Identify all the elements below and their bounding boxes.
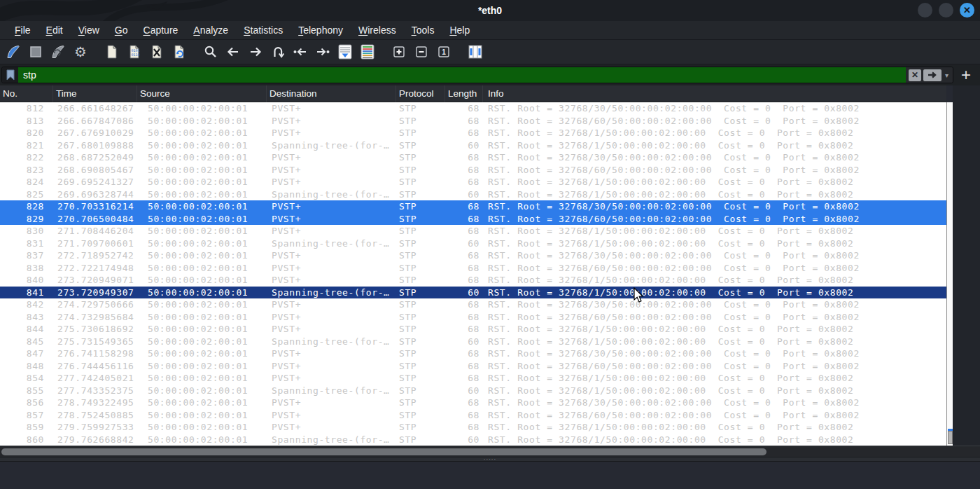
filter-apply-button[interactable]: [923, 69, 941, 81]
file-reload-icon[interactable]: [169, 42, 190, 62]
file-close-icon[interactable]: [146, 42, 167, 62]
menu-item-capture[interactable]: Capture: [136, 21, 186, 40]
menu-item-analyze[interactable]: Analyze: [186, 21, 236, 40]
filter-dropdown-caret[interactable]: ▾: [944, 71, 950, 79]
packet-row[interactable]: 848 276.744456116 50:00:00:02:00:01 PVST…: [0, 360, 946, 373]
packet-row[interactable]: 843 274.732985684 50:00:00:02:00:01 PVST…: [0, 311, 946, 324]
horizontal-scrollbar-thumb[interactable]: [1, 448, 766, 455]
zoom-out-icon[interactable]: [411, 42, 432, 62]
column-header-destination[interactable]: Destination: [267, 85, 396, 102]
packet-row[interactable]: 813 266.667847086 50:00:00:02:00:01 PVST…: [0, 115, 946, 128]
find-packet-icon[interactable]: [200, 42, 221, 62]
packet-row[interactable]: 857 278.752450885 50:00:00:02:00:01 PVST…: [0, 409, 946, 422]
cell-destination: PVST+: [267, 164, 396, 177]
horizontal-scrollbar[interactable]: [0, 446, 980, 457]
cell-length: 68: [445, 323, 483, 336]
packet-row[interactable]: 844 275.730618692 50:00:00:02:00:01 PVST…: [0, 323, 946, 336]
packet-row[interactable]: 824 269.695241327 50:00:00:02:00:01 PVST…: [0, 176, 946, 188]
add-filter-button[interactable]: +: [953, 65, 979, 85]
vertical-scrollbar-thumb[interactable]: [948, 431, 953, 444]
menu-item-go[interactable]: Go: [107, 21, 136, 40]
packet-row[interactable]: 820 267.676910029 50:00:00:02:00:01 PVST…: [0, 127, 946, 139]
packet-row[interactable]: 856 278.749322495 50:00:00:02:00:01 PVST…: [0, 397, 946, 409]
cell-destination: PVST+: [267, 127, 396, 139]
cell-time: 270.706500484: [53, 213, 137, 226]
packet-row[interactable]: 838 272.722174948 50:00:00:02:00:01 PVST…: [0, 262, 946, 275]
go-to-packet-icon[interactable]: [267, 42, 288, 62]
cell-info: RST. Root = 32768/1/50:00:00:02:00:00 Co…: [483, 421, 946, 434]
cell-source: 50:00:00:02:00:01: [137, 347, 267, 360]
maximize-button[interactable]: [939, 3, 953, 18]
packet-row[interactable]: 855 277.743352375 50:00:00:02:00:01 Span…: [0, 385, 946, 397]
menu-item-help[interactable]: Help: [442, 21, 477, 40]
packet-row[interactable]: 825 269.696328744 50:00:00:02:00:01 Span…: [0, 188, 946, 201]
packet-row[interactable]: 847 276.741158298 50:00:00:02:00:01 PVST…: [0, 347, 946, 360]
cell-time: 271.709700601: [53, 237, 137, 250]
cell-length: 68: [445, 115, 483, 128]
display-filter-input[interactable]: stp ✕ ▾: [1, 67, 953, 83]
packet-row[interactable]: 841 273.720949307 50:00:00:02:00:01 Span…: [0, 287, 946, 299]
close-button[interactable]: ✕: [960, 3, 974, 18]
column-header-no[interactable]: No.: [0, 85, 53, 102]
cell-length: 68: [445, 249, 483, 262]
menu-item-statistics[interactable]: Statistics: [236, 21, 290, 40]
packet-row[interactable]: 823 268.690805467 50:00:00:02:00:01 PVST…: [0, 164, 946, 177]
capture-start-fin-icon[interactable]: [3, 42, 24, 62]
file-save-icon[interactable]: 01010110: [124, 42, 145, 62]
filter-bookmark-button[interactable]: [2, 67, 18, 83]
packet-row[interactable]: 829 270.706500484 50:00:00:02:00:01 PVST…: [0, 213, 946, 226]
filter-clear-button[interactable]: ✕: [909, 69, 921, 81]
cell-length: 68: [445, 176, 483, 188]
minimize-button[interactable]: [918, 3, 932, 18]
go-back-icon[interactable]: [223, 42, 244, 62]
cell-protocol: STP: [396, 102, 445, 115]
filter-text[interactable]: stp: [18, 67, 906, 83]
auto-scroll-icon[interactable]: [335, 42, 356, 62]
cell-source: 50:00:00:02:00:01: [137, 188, 267, 201]
capture-options-gear-icon[interactable]: ⚙: [70, 42, 91, 62]
cell-no: 848: [0, 360, 53, 373]
menu-item-tools[interactable]: Tools: [404, 21, 442, 40]
cell-protocol: STP: [396, 164, 445, 177]
packet-row[interactable]: 812 266.661648267 50:00:00:02:00:01 PVST…: [0, 102, 946, 115]
menu-item-edit[interactable]: Edit: [38, 21, 71, 40]
colorize-icon[interactable]: [357, 42, 378, 62]
go-last-packet-icon[interactable]: [312, 42, 333, 62]
zoom-normal-icon[interactable]: 1: [433, 42, 454, 62]
go-forward-icon[interactable]: [245, 42, 266, 62]
column-header-source[interactable]: Source: [137, 85, 267, 102]
packet-row[interactable]: 821 267.680109888 50:00:00:02:00:01 Span…: [0, 139, 946, 152]
file-open-icon[interactable]: [102, 42, 122, 62]
packet-row[interactable]: 830 271.708446204 50:00:00:02:00:01 PVST…: [0, 225, 946, 237]
menu-item-view[interactable]: View: [71, 21, 107, 40]
column-header-info[interactable]: Info: [483, 85, 946, 102]
capture-stop-icon[interactable]: [25, 42, 46, 62]
cell-length: 68: [445, 360, 483, 373]
column-header-time[interactable]: Time: [53, 85, 137, 102]
packet-row[interactable]: 840 273.720949071 50:00:00:02:00:01 PVST…: [0, 274, 946, 287]
packet-row[interactable]: 837 272.718952742 50:00:00:02:00:01 PVST…: [0, 249, 946, 262]
column-header-protocol[interactable]: Protocol: [396, 85, 445, 102]
menu-item-wireless[interactable]: Wireless: [351, 21, 404, 40]
packet-row[interactable]: 845 275.731549365 50:00:00:02:00:01 Span…: [0, 336, 946, 348]
cell-time: 269.696328744: [53, 188, 137, 201]
packet-row[interactable]: 842 274.729750666 50:00:00:02:00:01 PVST…: [0, 298, 946, 311]
packet-row[interactable]: 822 268.687252049 50:00:00:02:00:01 PVST…: [0, 151, 946, 164]
cell-length: 68: [445, 421, 483, 434]
resize-columns-icon[interactable]: [465, 42, 486, 62]
cell-destination: PVST+: [267, 360, 396, 373]
zoom-in-icon[interactable]: [388, 42, 410, 62]
go-first-packet-icon[interactable]: [290, 42, 311, 62]
column-header-length[interactable]: Length: [445, 85, 483, 102]
packet-row[interactable]: 859 279.759927533 50:00:00:02:00:01 PVST…: [0, 421, 946, 434]
packet-row[interactable]: 828 270.703316214 50:00:00:02:00:01 PVST…: [0, 200, 946, 213]
packet-row[interactable]: 854 277.742405021 50:00:00:02:00:01 PVST…: [0, 372, 946, 385]
packet-row[interactable]: 860 279.762668842 50:00:00:02:00:01 Span…: [0, 434, 946, 446]
menu-item-telephony[interactable]: Telephony: [290, 21, 351, 40]
vertical-scrollbar[interactable]: [946, 102, 953, 446]
capture-restart-fin-icon[interactable]: [48, 42, 69, 62]
cell-length: 60: [445, 434, 483, 446]
packet-row[interactable]: 831 271.709700601 50:00:00:02:00:01 Span…: [0, 237, 946, 250]
menu-item-file[interactable]: File: [7, 21, 38, 40]
cell-no: 820: [0, 127, 53, 139]
